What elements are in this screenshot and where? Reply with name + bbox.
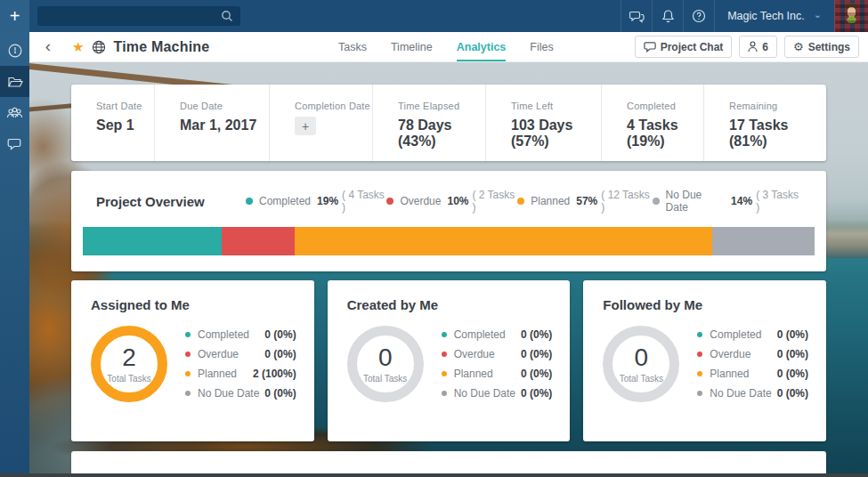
- bar-segment-no-due-date: [712, 227, 815, 255]
- bar-segment-completed: [83, 227, 222, 255]
- overview-title: Project Overview: [96, 194, 246, 209]
- card-body: 0 Total Tasks Completed 0 (0%) Overdue 0: [603, 326, 808, 402]
- chevron-left-icon: ‹: [45, 36, 51, 55]
- bell-icon: [661, 9, 675, 23]
- favorite-star-icon[interactable]: ★: [72, 39, 84, 55]
- person-icon: [748, 41, 758, 53]
- bar-segment-planned: [295, 227, 712, 255]
- completed-dot-icon: [185, 332, 191, 337]
- legend-row: No Due Date 0 (0%): [697, 387, 808, 400]
- search-input[interactable]: [45, 10, 221, 22]
- search-icon: [221, 10, 233, 22]
- sidebar-item-dashboard[interactable]: [0, 35, 29, 66]
- overdue-dot-icon: [442, 352, 447, 357]
- back-button[interactable]: ‹: [37, 37, 60, 57]
- user-avatar[interactable]: [834, 0, 868, 32]
- overview-legend: Completed 19% ( 4 Tasks ) Overdue 10% ( …: [246, 189, 803, 214]
- tab-files[interactable]: Files: [530, 32, 553, 61]
- legend-row: Planned 2 (100%): [185, 368, 296, 380]
- summary-cards-row: Assigned to Me 2 Total Tasks Completed 0…: [71, 280, 826, 441]
- stat-time-elapsed: Time Elapsed 78 Days (43%): [372, 85, 485, 161]
- no-due-date-dot-icon: [653, 198, 660, 205]
- gauge-icon: [7, 43, 23, 59]
- stat-start-date: Start Date Sep 1: [71, 85, 154, 161]
- no-due-date-dot-icon: [185, 391, 191, 396]
- overview-stacked-bar: [83, 227, 815, 255]
- help-button[interactable]: [683, 0, 714, 32]
- topbar: + Magic Tec: [0, 0, 868, 32]
- tab-bar: Tasks Timeline Analytics Files: [338, 32, 554, 61]
- page-title: Time Machine: [113, 39, 209, 55]
- stat-completed: Completed 4 Tasks (19%): [601, 85, 703, 161]
- chevron-down-icon: ⌄: [814, 9, 822, 20]
- bar-segment-overdue: [222, 227, 295, 255]
- card-legend: Completed 0 (0%) Overdue 0 (0%) Planned …: [442, 328, 553, 400]
- project-chat-label: Project Chat: [661, 41, 724, 53]
- topbar-right: Magic Tech Inc. ⌄: [621, 0, 868, 32]
- chat-bubble-icon: [644, 41, 656, 53]
- settings-button[interactable]: ⚙ Settings: [784, 36, 859, 58]
- completed-dot-icon: [697, 332, 702, 337]
- card-legend: Completed 0 (0%) Overdue 0 (0%) Planned …: [697, 328, 808, 400]
- legend-item-overdue: Overdue 10% ( 2 Tasks ): [386, 189, 517, 214]
- tab-tasks[interactable]: Tasks: [338, 32, 367, 61]
- legend-item-completed: Completed 19% ( 4 Tasks ): [246, 189, 386, 214]
- overdue-dot-icon: [697, 352, 702, 357]
- help-icon: [692, 9, 706, 23]
- app-screen: + Magic Tec: [0, 0, 868, 477]
- sidebar: [0, 32, 29, 477]
- add-button[interactable]: +: [0, 0, 29, 32]
- settings-label: Settings: [808, 41, 850, 53]
- project-chat-button[interactable]: Project Chat: [635, 36, 733, 58]
- card-body: 0 Total Tasks Completed 0 (0%) Overdue 0: [347, 326, 553, 402]
- legend-row: Overdue 0 (0%): [697, 348, 808, 360]
- chat-button[interactable]: [621, 0, 652, 32]
- overdue-dot-icon: [386, 198, 393, 205]
- card-body: 2 Total Tasks Completed 0 (0%) Overdue 0: [91, 326, 296, 402]
- speech-bubble-icon: [7, 137, 22, 150]
- analytics-content: Start Date Sep 1 Due Date Mar 1, 2017 Co…: [29, 62, 868, 477]
- no-due-date-dot-icon: [442, 391, 447, 396]
- add-completion-date-button[interactable]: +: [295, 117, 316, 135]
- stat-time-left: Time Left 103 Days (57%): [485, 85, 601, 161]
- project-stats-card: Start Date Sep 1 Due Date Mar 1, 2017 Co…: [71, 85, 826, 161]
- created-donut-chart: 0 Total Tasks: [347, 326, 424, 402]
- no-due-date-dot-icon: [697, 391, 702, 396]
- search-box[interactable]: [37, 6, 240, 26]
- members-button[interactable]: 6: [739, 36, 777, 58]
- members-count: 6: [762, 41, 768, 53]
- planned-dot-icon: [442, 371, 447, 376]
- tab-analytics[interactable]: Analytics: [457, 32, 507, 61]
- legend-row: No Due Date 0 (0%): [442, 387, 553, 400]
- stat-remaining: Remaining 17 Tasks (81%): [703, 85, 826, 161]
- legend-row: Completed 0 (0%): [697, 328, 808, 341]
- legend-item-planned: Planned 57% ( 12 Tasks ): [517, 189, 652, 214]
- folder-open-icon: [7, 75, 23, 89]
- legend-row: No Due Date 0 (0%): [185, 387, 296, 400]
- tab-timeline[interactable]: Timeline: [391, 32, 433, 61]
- team-icon: [6, 106, 23, 120]
- legend-row: Planned 0 (0%): [442, 368, 553, 380]
- stat-due-date: Due Date Mar 1, 2017: [154, 85, 269, 161]
- planned-dot-icon: [697, 371, 702, 376]
- notifications-button[interactable]: [652, 0, 683, 32]
- sidebar-item-chat[interactable]: [0, 128, 29, 159]
- created-by-me-card: Created by Me 0 Total Tasks Completed 0 …: [328, 280, 571, 441]
- legend-row: Overdue 0 (0%): [185, 348, 296, 360]
- gear-icon: ⚙: [793, 40, 804, 53]
- assigned-donut-chart: 2 Total Tasks: [91, 326, 167, 402]
- overview-header: Project Overview Completed 19% ( 4 Tasks…: [71, 171, 826, 214]
- followed-donut-chart: 0 Total Tasks: [603, 326, 679, 402]
- sidebar-item-projects[interactable]: [0, 66, 29, 97]
- workspace-switcher[interactable]: Magic Tech Inc. ⌄: [714, 0, 834, 32]
- completed-dot-icon: [442, 332, 447, 337]
- plus-icon: +: [10, 6, 20, 27]
- legend-row: Overdue 0 (0%): [442, 348, 553, 360]
- workspace-name: Magic Tech Inc.: [727, 10, 805, 22]
- header-buttons: Project Chat 6 ⚙ Settings: [635, 36, 859, 58]
- legend-row: Completed 0 (0%): [442, 328, 553, 341]
- card-legend: Completed 0 (0%) Overdue 0 (0%) Planned …: [185, 328, 296, 400]
- sidebar-item-team[interactable]: [0, 97, 29, 128]
- legend-row: Completed 0 (0%): [185, 328, 296, 341]
- followed-by-me-card: Followed by Me 0 Total Tasks Completed 0…: [583, 280, 826, 441]
